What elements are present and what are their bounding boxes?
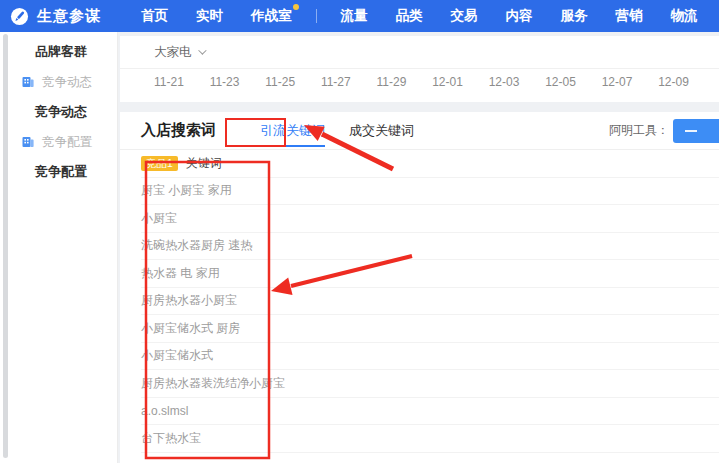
active-tab-underline <box>261 145 325 147</box>
nav-menu: 首页 实时 作战室 流量 品类 交易 内容 服务 营销 物流 财务 市场 竞争 <box>127 0 719 32</box>
tab-traffic-keywords[interactable]: 引流关键词 <box>260 112 325 149</box>
sidebar-group-competitor-dynamics[interactable]: 竞争动态 <box>0 97 117 127</box>
sidebar-group-competitor-config[interactable]: 竞争配置 <box>0 157 117 187</box>
aming-tool-button[interactable] <box>673 119 719 143</box>
keyword-row[interactable]: 小厨宝 <box>141 205 719 233</box>
chevron-down-icon <box>198 46 206 54</box>
date-tick: 12-03 <box>489 75 520 89</box>
trend-card: 大家电 11-21 11-23 11-25 11-27 11-29 12-01 … <box>120 36 719 102</box>
sidebar-item-competitor-dynamics[interactable]: 竞争动态 <box>0 67 117 97</box>
nav-item-category[interactable]: 品类 <box>394 0 425 32</box>
search-keywords-card: 入店搜索词 引流关键词 成交关键词 阿明工具： 竞品1 关键词 厨宝 小厨宝 家… <box>120 112 719 463</box>
section-title: 入店搜索词 <box>141 121 216 140</box>
main-content: 大家电 11-21 11-23 11-25 11-27 11-29 12-01 … <box>118 32 719 463</box>
keyword-row[interactable]: 小厨宝储水式 厨房 <box>141 315 719 343</box>
keyword-row[interactable]: 台下热水宝 <box>141 425 719 453</box>
notification-dot <box>293 4 299 10</box>
sidebar-group-brand-audience[interactable]: 品牌客群 <box>0 37 117 67</box>
nav-item-logistics[interactable]: 物流 <box>669 0 700 32</box>
dash-mark <box>685 130 697 132</box>
keyword-row[interactable]: a.o.slmsl <box>141 398 719 426</box>
sidebar-item-label: 竞争配置 <box>42 134 92 151</box>
sidebar-item-competitor-config[interactable]: 竞争配置 <box>0 127 117 157</box>
category-label: 大家电 <box>154 44 192 61</box>
keyword-table: 竞品1 关键词 厨宝 小厨宝 家用 小厨宝 洗碗热水器厨房 速热 热水器 电 家… <box>120 150 719 453</box>
nav-item-service[interactable]: 服务 <box>559 0 590 32</box>
date-tick: 11-25 <box>265 75 295 89</box>
nav-item-traffic[interactable]: 流量 <box>339 0 370 32</box>
date-tick: 11-23 <box>210 75 240 89</box>
tool-area: 阿明工具： <box>609 119 719 143</box>
tool-label: 阿明工具： <box>609 122 669 139</box>
date-tick: 12-05 <box>545 75 576 89</box>
nav-divider <box>316 9 317 23</box>
keyword-row[interactable]: 热水器 电 家用 <box>141 260 719 288</box>
competitor-badge: 竞品1 <box>141 156 178 171</box>
building-icon <box>21 75 35 89</box>
nav-item-marketing[interactable]: 营销 <box>614 0 645 32</box>
date-tick: 11-21 <box>154 75 184 89</box>
keyword-row[interactable]: 小厨宝储水式 <box>141 343 719 371</box>
brand-title[interactable]: 生意参谋 <box>37 7 101 26</box>
date-tick: 11-27 <box>321 75 351 89</box>
keyword-row[interactable]: 洗碗热水器厨房 速热 <box>141 233 719 261</box>
top-nav: 生意参谋 首页 实时 作战室 流量 品类 交易 内容 服务 营销 物流 财务 市… <box>0 0 719 32</box>
left-scrollbar[interactable] <box>3 34 8 458</box>
nav-item-home[interactable]: 首页 <box>139 0 170 32</box>
date-tick: 12-07 <box>602 75 633 89</box>
app-window: 生意参谋 首页 实时 作战室 流量 品类 交易 内容 服务 营销 物流 财务 市… <box>0 0 719 463</box>
building-icon <box>21 135 35 149</box>
keyword-row[interactable]: 厨房热水器小厨宝 <box>141 288 719 316</box>
tab-label: 引流关键词 <box>260 122 325 140</box>
sycm-logo-icon <box>10 7 29 26</box>
date-axis: 11-21 11-23 11-25 11-27 11-29 12-01 12-0… <box>120 69 719 101</box>
section-header: 入店搜索词 引流关键词 成交关键词 阿明工具： <box>120 112 719 150</box>
nav-item-label: 作战室 <box>251 7 292 25</box>
date-tick: 12-09 <box>658 75 689 89</box>
keyword-row[interactable]: 厨房热水器装洗结净小厨宝 <box>141 370 719 398</box>
keyword-table-header: 竞品1 关键词 <box>141 150 719 178</box>
keyword-column-header: 关键词 <box>186 155 222 172</box>
sidebar-item-label: 竞争动态 <box>42 74 92 91</box>
keyword-row[interactable]: 厨宝 小厨宝 家用 <box>141 178 719 206</box>
nav-item-content[interactable]: 内容 <box>504 0 535 32</box>
date-tick: 11-29 <box>377 75 407 89</box>
nav-item-realtime[interactable]: 实时 <box>194 0 225 32</box>
category-selector[interactable]: 大家电 <box>120 36 719 69</box>
nav-item-trade[interactable]: 交易 <box>449 0 480 32</box>
tab-transaction-keywords[interactable]: 成交关键词 <box>349 112 414 149</box>
nav-item-war-room[interactable]: 作战室 <box>249 0 294 32</box>
sidebar: 品牌客群 竞争动态 竞争动态 <box>0 32 118 463</box>
date-tick: 12-01 <box>432 75 463 89</box>
